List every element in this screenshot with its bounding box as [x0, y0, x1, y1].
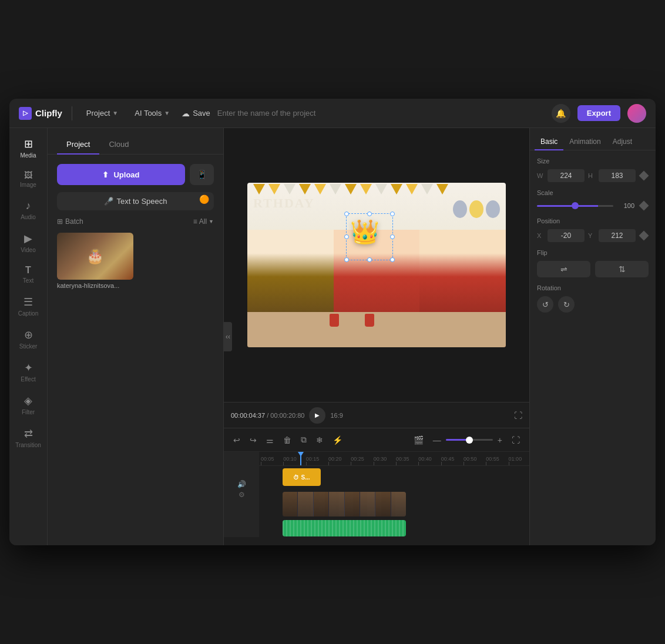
user-avatar[interactable]: [627, 104, 646, 123]
ruler-mark: 00:50: [462, 456, 484, 465]
width-input[interactable]: [548, 169, 585, 182]
play-button[interactable]: ▶: [309, 407, 325, 424]
sidebar-item-label-text: Text: [23, 277, 33, 284]
save-button[interactable]: ☁ Save: [182, 109, 210, 118]
sidebar-item-label-caption: Caption: [18, 310, 38, 317]
position-label: Position: [537, 217, 649, 224]
image-icon: 🖼: [24, 170, 32, 180]
split-button[interactable]: ⚌: [264, 433, 276, 447]
ruler-mark: 00:55: [484, 456, 506, 465]
expand-timeline-button[interactable]: ⛶: [509, 433, 522, 447]
copy-button[interactable]: ⧉: [298, 432, 309, 447]
width-group: W: [537, 169, 585, 182]
flip-horizontal-button[interactable]: ⇌: [537, 261, 590, 277]
right-panel-tabs: Basic Animation Adjust: [530, 128, 656, 150]
delete-icon: 🗑: [283, 435, 291, 445]
sidebar-item-media[interactable]: ⊞ Media: [12, 133, 45, 163]
export-button[interactable]: Export: [577, 105, 620, 121]
playhead-handle[interactable]: [298, 452, 304, 457]
freeze-button[interactable]: ❄: [314, 433, 325, 447]
sidebar-item-sticker[interactable]: ⊕ Sticker: [12, 324, 45, 354]
tab-cloud[interactable]: Cloud: [99, 135, 138, 155]
effect-icon: ✦: [24, 361, 33, 374]
delete-button[interactable]: 🗑: [281, 433, 294, 447]
x-input[interactable]: [548, 229, 585, 242]
sidebar-item-video[interactable]: ▶ Video: [12, 227, 45, 258]
sidebar-item-caption[interactable]: ☰ Caption: [12, 291, 45, 321]
zoom-in-button[interactable]: +: [495, 433, 505, 447]
zoom-slider[interactable]: [446, 439, 493, 441]
rotation-row: ↺ ↻: [537, 296, 649, 313]
rotate-ccw-button[interactable]: ↺: [537, 296, 553, 313]
playhead[interactable]: [300, 452, 301, 465]
volume-button[interactable]: 🔊: [237, 480, 246, 488]
sidebar-item-text[interactable]: T Text: [12, 260, 45, 289]
sidebar-item-effect[interactable]: ✦ Effect: [12, 357, 45, 387]
logo-icon: ▷: [19, 107, 32, 120]
zoom-out-button[interactable]: —: [431, 433, 444, 447]
phone-button[interactable]: 📱: [190, 164, 214, 185]
play-icon: ▶: [315, 412, 320, 418]
undo-button[interactable]: ↩: [231, 433, 243, 447]
sidebar-item-transition[interactable]: ⇄ Transition: [12, 422, 45, 453]
flip-vertical-button[interactable]: ⇅: [595, 261, 649, 277]
sidebar-item-filter[interactable]: ◈ Filter: [12, 390, 45, 420]
add-track-button[interactable]: 🎬: [411, 433, 426, 447]
ruler-mark: 00:35: [394, 456, 417, 465]
rotate-ccw-icon: ↺: [542, 300, 549, 309]
rotate-cw-icon: ↻: [563, 300, 570, 309]
position-keyframe-button[interactable]: [639, 231, 649, 240]
ruler-mark: 00:15: [304, 456, 327, 465]
scale-slider[interactable]: [537, 205, 613, 207]
x-label: X: [537, 232, 545, 239]
batch-label: Batch: [65, 217, 83, 226]
scale-keyframe-button[interactable]: [639, 201, 649, 210]
aitools-label: AI Tools: [135, 109, 162, 118]
notification-button[interactable]: 🔔: [552, 104, 570, 123]
add-track-icon: 🎬: [414, 435, 424, 445]
time-display: 00:00:04:37 / 00:00:20:80: [231, 412, 304, 419]
track-settings-button[interactable]: ⚙: [239, 491, 245, 499]
audio-track: [259, 519, 529, 537]
project-menu-button[interactable]: Project ▼: [82, 106, 123, 120]
project-name-input[interactable]: [217, 109, 545, 118]
timeline-content: 00:05 00:10 00:15 00:20 00:25 00:30 00:3…: [259, 452, 529, 537]
all-chevron-icon: ▼: [209, 219, 214, 224]
tts-button[interactable]: 🎤 Text to Speech 🟠: [57, 192, 214, 210]
upload-button[interactable]: ⬆ Upload: [57, 164, 185, 185]
panel-content: ⬆ Upload 📱 🎤 Text to Speech 🟠 ⊞ Batch: [48, 155, 223, 545]
panel-collapse-handle[interactable]: ‹: [224, 322, 232, 351]
sidebar-item-label-effect: Effect: [21, 376, 35, 383]
rotation-section: Rotation ↺ ↻: [537, 284, 649, 313]
aitools-menu-button[interactable]: AI Tools ▼: [130, 106, 174, 120]
sidebar-item-label-image: Image: [20, 182, 36, 188]
upload-icon: ⬆: [102, 170, 109, 179]
ruler-mark: 00:30: [372, 456, 394, 465]
height-input[interactable]: [599, 169, 636, 182]
sidebar-item-audio[interactable]: ♪ Audio: [12, 195, 45, 225]
sidebar-item-image[interactable]: 🖼 Image: [12, 166, 45, 193]
list-item[interactable]: 🎂 kateryna-hliznitsova...: [57, 233, 133, 289]
video-clip[interactable]: [283, 492, 406, 516]
filter-icon: ◈: [24, 394, 32, 407]
timeline-tracks: 🔊 ⚙ 00:05 00:10 00:15 00:20 00:25: [224, 452, 529, 537]
audio-clip[interactable]: [283, 520, 406, 536]
rotate-cw-button[interactable]: ↻: [558, 296, 575, 313]
sticker-track: ⏱ S...: [259, 466, 529, 489]
ruler-mark: 00:25: [349, 456, 371, 465]
fullscreen-button[interactable]: ⛶: [514, 411, 522, 420]
tab-animation[interactable]: Animation: [563, 134, 606, 150]
tab-basic[interactable]: Basic: [535, 134, 563, 150]
all-filter-button[interactable]: ≡ All ▼: [193, 217, 214, 226]
tab-project[interactable]: Project: [57, 135, 99, 155]
speed-button[interactable]: ⚡: [330, 433, 345, 447]
copy-icon: ⧉: [301, 435, 307, 444]
crown-sticker[interactable]: 👑: [350, 218, 379, 246]
redo-button[interactable]: ↪: [247, 433, 259, 447]
tab-adjust[interactable]: Adjust: [607, 134, 638, 150]
save-label: Save: [193, 109, 210, 118]
y-input[interactable]: [599, 229, 636, 242]
size-link-button[interactable]: [639, 171, 649, 180]
playback-bar: 00:00:04:37 / 00:00:20:80 ▶ 16:9 ⛶: [224, 402, 529, 428]
sticker-clip[interactable]: ⏱ S...: [283, 468, 321, 486]
